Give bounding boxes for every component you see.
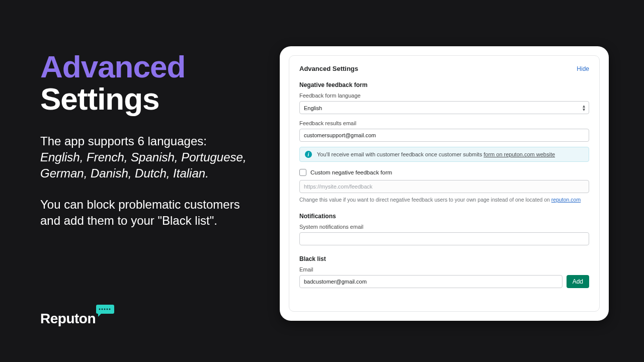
section-notifications: Notifications System notifications email: [299, 213, 589, 245]
blacklist-email-input[interactable]: [299, 275, 562, 288]
system-email-label: System notifications email: [299, 224, 589, 230]
section-title-notifications: Notifications: [299, 213, 589, 220]
page-title: Advanced Settings: [40, 51, 252, 115]
section-negative-feedback: Negative feedback form Feedback form lan…: [299, 81, 589, 203]
svg-point-4: [104, 309, 106, 310]
section-title-negative: Negative feedback form: [299, 81, 589, 88]
custom-form-checkbox[interactable]: [299, 169, 306, 176]
blacklist-email-label: Email: [299, 266, 589, 273]
speech-bubble-icon: [96, 305, 114, 317]
title-line-2: Settings: [40, 83, 252, 115]
feedback-email-input[interactable]: [299, 129, 589, 142]
svg-point-2: [99, 309, 101, 310]
marketing-copy: Advanced Settings The app supports 6 lan…: [40, 51, 252, 229]
settings-card: Advanced Settings Hide Negative feedback…: [280, 46, 609, 321]
language-select[interactable]: English ▴▾: [299, 101, 589, 114]
info-icon: i: [305, 151, 312, 158]
reputon-link[interactable]: reputon.com: [551, 197, 581, 203]
info-link[interactable]: form on reputon.com website: [484, 151, 555, 157]
panel-header: Advanced Settings Hide: [299, 65, 589, 72]
section-title-blacklist: Black list: [299, 255, 589, 262]
logo: Reputon: [40, 305, 114, 326]
custom-form-helper: Change this value if you want to direct …: [299, 197, 589, 203]
info-banner: i You'll receive email with customer fee…: [299, 147, 589, 162]
description-blacklist: You can block problematic customers and …: [40, 197, 252, 229]
settings-panel: Advanced Settings Hide Negative feedback…: [289, 55, 600, 312]
system-email-input[interactable]: [299, 232, 589, 245]
add-button[interactable]: Add: [567, 275, 589, 288]
title-line-1: Advanced: [40, 51, 252, 83]
logo-text: Reputon: [40, 312, 96, 326]
language-label: Feedback form language: [299, 93, 589, 99]
svg-point-3: [102, 309, 103, 310]
feedback-email-label: Feedback results email: [299, 120, 589, 126]
custom-form-label: Custom negative feedback form: [310, 169, 392, 175]
svg-point-6: [109, 309, 111, 310]
svg-point-5: [107, 309, 108, 310]
description-languages: The app supports 6 languages: English, F…: [40, 133, 252, 182]
panel-title: Advanced Settings: [299, 65, 358, 72]
hide-button[interactable]: Hide: [577, 65, 589, 72]
language-select-value: English: [299, 101, 589, 114]
custom-form-checkbox-row[interactable]: Custom negative feedback form: [299, 169, 589, 176]
section-blacklist: Black list Email Add: [299, 255, 589, 288]
custom-form-url-input[interactable]: [299, 180, 589, 193]
